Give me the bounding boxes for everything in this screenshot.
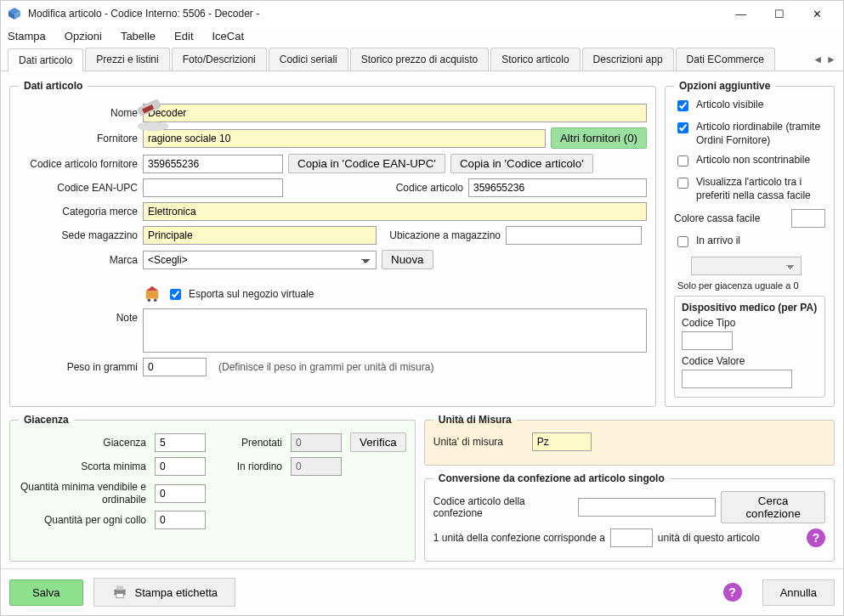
visibile-label: Articolo visibile bbox=[696, 99, 825, 112]
cerca-confezione-button[interactable]: Cerca confezione bbox=[721, 491, 825, 523]
collo-label: Quantità per ogni collo bbox=[19, 514, 146, 526]
note-label: Note bbox=[19, 308, 138, 324]
giacenza-legend: Giacenza bbox=[19, 414, 74, 426]
peso-label: Peso in grammi bbox=[19, 361, 138, 373]
esporta-checkbox[interactable] bbox=[170, 289, 181, 300]
in-arrivo-label: In arrivo il bbox=[696, 235, 825, 248]
peso-hint: (Definisce il peso in grammi per unità d… bbox=[218, 361, 433, 373]
categoria-select[interactable]: Elettronica bbox=[143, 202, 647, 221]
titlebar: Modifica articolo - Codice Interno: 5506… bbox=[1, 1, 843, 26]
tab-storico-articolo[interactable]: Storico articolo bbox=[490, 48, 580, 71]
cod-art-input[interactable] bbox=[468, 178, 647, 197]
dati-legend: Dati articolo bbox=[19, 80, 88, 92]
tab-dati-articolo[interactable]: Dati articolo bbox=[8, 48, 83, 71]
svg-rect-10 bbox=[116, 586, 122, 591]
prenotati-input bbox=[291, 433, 342, 452]
menu-icecat[interactable]: IceCat bbox=[212, 30, 245, 42]
preferiti-label: Visualizza l'articolo tra i preferiti ne… bbox=[696, 176, 825, 202]
giacenza-input[interactable] bbox=[155, 433, 206, 452]
tab-next-icon[interactable]: ► bbox=[826, 54, 836, 65]
note-textarea[interactable] bbox=[143, 308, 647, 353]
app-icon bbox=[8, 7, 21, 20]
svg-point-7 bbox=[148, 299, 151, 302]
close-button[interactable]: ✕ bbox=[798, 1, 836, 26]
annulla-button[interactable]: Annulla bbox=[762, 579, 835, 606]
stampa-etichetta-button[interactable]: Stampa etichetta bbox=[93, 578, 236, 607]
cod-forn-label: Codice articolo fornitore bbox=[19, 158, 138, 170]
nome-input[interactable] bbox=[143, 104, 647, 122]
svg-rect-11 bbox=[116, 594, 122, 598]
conv-codice-input[interactable] bbox=[578, 498, 716, 517]
nuova-marca-button[interactable]: Nuova bbox=[382, 250, 433, 269]
menu-tabelle[interactable]: Tabelle bbox=[121, 30, 156, 42]
altri-fornitori-button[interactable]: Altri fornitori (0) bbox=[551, 127, 647, 149]
ubicazione-label: Ubicazione a magazzino bbox=[382, 229, 501, 241]
non-scontrinabile-label: Articolo non scontrinabile bbox=[696, 154, 825, 167]
qmin-input[interactable] bbox=[155, 484, 206, 503]
menu-opzioni[interactable]: Opzioni bbox=[65, 30, 102, 42]
um-group: Unità di Misura Unita' di misura Pz bbox=[424, 414, 835, 466]
ubicazione-input[interactable] bbox=[506, 226, 642, 245]
esporta-label: Esporta sul negozio virtuale bbox=[189, 288, 314, 300]
copia-ean-button[interactable]: Copia in 'Codice EAN-UPC' bbox=[288, 154, 445, 173]
devmed-group: Dispositivo medico (per PA) Codice Tipo … bbox=[674, 296, 825, 398]
riordinabile-checkbox[interactable] bbox=[677, 122, 688, 133]
collo-input[interactable] bbox=[155, 511, 206, 529]
scorta-label: Scorta minima bbox=[19, 461, 146, 472]
opzioni-group: Opzioni aggiuntive Articolo visibile Art… bbox=[665, 80, 835, 407]
verifica-button[interactable]: Verifica bbox=[350, 432, 406, 452]
riordino-label: In riordino bbox=[214, 461, 282, 472]
devmed-valore-label: Codice Valore bbox=[682, 355, 818, 367]
visibile-checkbox[interactable] bbox=[677, 100, 688, 111]
devmed-tipo-input[interactable] bbox=[682, 331, 733, 350]
tabstrip: Dati articolo Prezzi e listini Foto/Desc… bbox=[1, 48, 843, 71]
printer-icon bbox=[111, 584, 128, 601]
fornitore-select[interactable]: ragione sociale 10 bbox=[143, 129, 546, 148]
minimize-button[interactable]: — bbox=[722, 1, 760, 26]
tab-descrizioni-app[interactable]: Descrizioni app bbox=[582, 48, 674, 71]
devmed-valore-input[interactable] bbox=[682, 370, 792, 388]
footer-help-icon[interactable]: ? bbox=[723, 583, 742, 602]
colore-label: Colore cassa facile bbox=[674, 212, 786, 224]
non-scontrinabile-checkbox[interactable] bbox=[677, 155, 688, 167]
tab-prezzi[interactable]: Prezzi e listini bbox=[85, 48, 169, 71]
conv-codice-label: Codice articolo della confezione bbox=[433, 495, 574, 519]
qmin-label: Quantità minima vendibile e ordinabile bbox=[19, 481, 146, 506]
copia-art-button[interactable]: Copia in 'Codice articolo' bbox=[450, 154, 593, 173]
stampa-etichetta-label: Stampa etichetta bbox=[135, 586, 218, 599]
tab-ecommerce[interactable]: Dati ECommerce bbox=[676, 48, 775, 71]
tab-prev-icon[interactable]: ◄ bbox=[813, 54, 823, 65]
maximize-button[interactable]: ☐ bbox=[760, 1, 798, 26]
tab-storico-prezzo[interactable]: Storico prezzo di acquisto bbox=[350, 48, 489, 71]
sede-select[interactable]: Principale bbox=[143, 226, 377, 245]
opzioni-legend: Opzioni aggiuntive bbox=[674, 80, 775, 92]
preferiti-checkbox[interactable] bbox=[677, 178, 688, 189]
cod-art-label: Codice articolo bbox=[370, 182, 463, 194]
conv-legend: Conversione da confezione ad articolo si… bbox=[433, 472, 670, 484]
in-arrivo-date[interactable] bbox=[691, 257, 802, 275]
barcode-scanner-icon bbox=[134, 95, 172, 133]
salva-button[interactable]: Salva bbox=[9, 579, 83, 606]
tab-codici-seriali[interactable]: Codici seriali bbox=[269, 48, 348, 71]
menu-edit[interactable]: Edit bbox=[174, 30, 193, 42]
categoria-label: Categoria merce bbox=[19, 206, 138, 218]
giacenza-group: Giacenza Giacenza Prenotati Verifica Sco… bbox=[9, 414, 416, 562]
in-arrivo-hint: Solo per giacenza uguale a 0 bbox=[677, 280, 825, 291]
scorta-input[interactable] bbox=[155, 457, 206, 476]
um-select[interactable]: Pz bbox=[532, 432, 592, 451]
riordinabile-label: Articolo riordinabile (tramite Ordini Fo… bbox=[696, 121, 825, 147]
colore-input[interactable] bbox=[791, 209, 825, 228]
cod-forn-input[interactable] bbox=[143, 155, 283, 173]
footer: Salva Stampa etichetta ? Annulla bbox=[1, 568, 843, 615]
conv-line2: unità di questo articolo bbox=[658, 532, 760, 544]
window: Modifica articolo - Codice Interno: 5506… bbox=[0, 0, 844, 616]
conv-qty-input[interactable] bbox=[610, 528, 653, 547]
conv-group: Conversione da confezione ad articolo si… bbox=[424, 472, 835, 562]
in-arrivo-checkbox[interactable] bbox=[677, 236, 688, 247]
peso-input[interactable] bbox=[143, 358, 207, 376]
menu-stampa[interactable]: Stampa bbox=[8, 30, 46, 42]
ean-input[interactable] bbox=[143, 178, 283, 197]
help-icon[interactable]: ? bbox=[807, 528, 825, 547]
tab-foto[interactable]: Foto/Descrizioni bbox=[172, 48, 267, 71]
marca-select[interactable]: <Scegli> bbox=[143, 251, 377, 269]
